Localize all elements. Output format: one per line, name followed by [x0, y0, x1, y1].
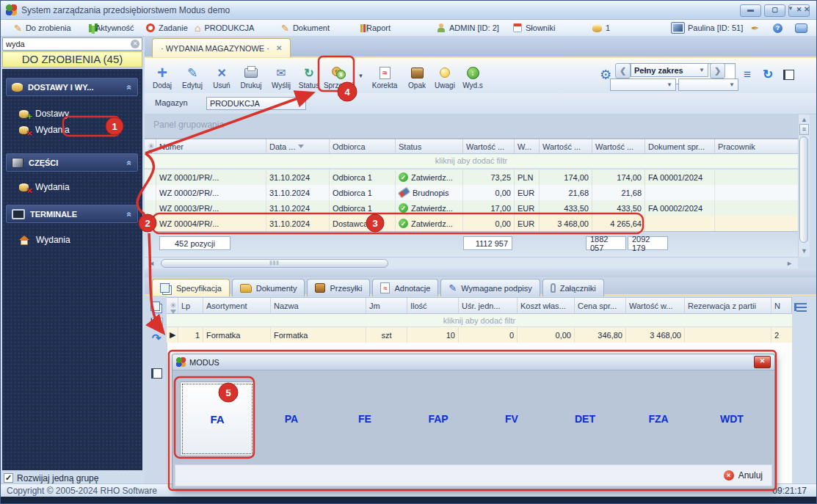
- menu-quill-button[interactable]: [747, 20, 763, 36]
- notes-button[interactable]: Uwagi: [431, 59, 459, 91]
- chevron-up-icon[interactable]: «: [125, 84, 135, 90]
- panel-close-icon[interactable]: ✕: [804, 5, 810, 13]
- vertical-scroll-thumb[interactable]: [799, 136, 808, 243]
- menu-item-do-zrobienia[interactable]: Do zrobienia: [10, 20, 76, 36]
- range-prev-button[interactable]: ❮: [615, 63, 631, 78]
- copy-pages-button[interactable]: [148, 299, 164, 313]
- menu-item-database[interactable]: 1: [588, 20, 614, 36]
- horizontal-scrollbar[interactable]: ◄ ⦀⦀⦀ ►: [145, 257, 798, 269]
- packaging-button[interactable]: Opak: [403, 59, 431, 91]
- column-header-jm[interactable]: Jm: [366, 298, 407, 313]
- tab-wydania-magazynowe[interactable]: · WYDANIA MAGAZYNOWE · ✕: [152, 38, 291, 57]
- dialog-close-button[interactable]: ✕: [754, 356, 771, 368]
- doc-type-fza-button[interactable]: FZA: [636, 413, 680, 425]
- search-input[interactable]: [3, 40, 131, 48]
- doc-type-fe-button[interactable]: FE: [343, 413, 387, 425]
- select-frame-button[interactable]: [779, 59, 798, 91]
- column-header-nazwa[interactable]: Nazwa: [271, 298, 366, 313]
- sidebar-item-wydania-terminale[interactable]: Wydania: [6, 232, 138, 248]
- barcode-button[interactable]: [148, 315, 164, 329]
- grouping-panel[interactable]: Panel grupowania: [145, 114, 798, 139]
- column-header-rezerwacja[interactable]: Rezerwacja z partii: [685, 298, 771, 313]
- add-button[interactable]: Dodaj: [148, 59, 177, 91]
- menu-item-slowniki[interactable]: Słowniki: [509, 20, 559, 36]
- wyds-button[interactable]: Wyd.s: [459, 59, 487, 91]
- doc-type-pa-button[interactable]: PA: [269, 413, 313, 425]
- refresh-button[interactable]: [758, 59, 777, 91]
- detail-row[interactable]: ▶ 1 Formatka Formatka szt 10 0 0,00 346,…: [167, 327, 792, 343]
- nav-group-czesci[interactable]: CZĘŚCI «: [6, 153, 138, 172]
- column-header-odbiorca[interactable]: Odbiorca: [330, 139, 396, 153]
- scroll-up-icon[interactable]: ▲: [799, 114, 810, 125]
- expand-one-group-option[interactable]: ✓ Rozwijaj jedną grupę: [4, 472, 142, 484]
- vertical-scrollbar[interactable]: ▲ ≡ ▼: [798, 114, 810, 257]
- menu-chat-button[interactable]: [791, 20, 812, 36]
- delete-button[interactable]: Usuń: [208, 59, 236, 91]
- range-select[interactable]: Pełny zakres▼: [631, 63, 708, 77]
- horizontal-scroll-thumb[interactable]: ⦀⦀⦀: [161, 259, 388, 268]
- chevron-up-icon[interactable]: «: [125, 160, 135, 165]
- menu-item-aktywnosc[interactable]: Aktywność: [84, 20, 139, 36]
- column-header-usr-jedn[interactable]: Uśr. jedn...: [459, 298, 518, 313]
- cancel-button[interactable]: Anuluj: [738, 470, 763, 481]
- column-header-wartosc1[interactable]: Wartość ...: [463, 139, 515, 153]
- sidebar-item-dostawy[interactable]: Dostawy: [6, 106, 138, 122]
- clear-search-icon[interactable]: ✕: [131, 40, 139, 48]
- menu-item-dokument[interactable]: Dokument: [277, 20, 334, 36]
- print-button[interactable]: Drukuj: [236, 59, 266, 91]
- dialog-title-bar[interactable]: MODUS ✕: [173, 354, 774, 370]
- doc-type-fap-button[interactable]: FAP: [416, 413, 460, 425]
- menu-item-raport[interactable]: Raport: [356, 20, 395, 36]
- scroll-left-icon[interactable]: ◄: [146, 258, 157, 269]
- detail-column-chooser[interactable]: [794, 299, 810, 314]
- tab-close-icon[interactable]: ✕: [276, 44, 282, 52]
- correction-button[interactable]: Korekta: [368, 59, 402, 91]
- column-chooser-icon[interactable]: ≡: [799, 124, 809, 135]
- table-row[interactable]: WZ 00002/PR/... 31.10.2024 Odbiorca 1 Br…: [145, 185, 798, 200]
- column-header-waluta[interactable]: W...: [515, 139, 540, 153]
- select-frame-button-2[interactable]: [148, 366, 164, 381]
- column-header-ilosc[interactable]: Ilość: [407, 298, 459, 313]
- tab-zalaczniki[interactable]: Załączniki: [542, 279, 604, 296]
- doc-type-wdt-button[interactable]: WDT: [710, 413, 754, 425]
- scroll-down-icon[interactable]: ▼: [799, 246, 810, 256]
- tab-adnotacje[interactable]: Adnotacje: [372, 279, 438, 296]
- sidebar-item-wydania-czesci[interactable]: Wydania: [6, 179, 138, 195]
- grid-filter-row[interactable]: kliknij aby dodać filtr: [145, 154, 798, 169]
- send-button[interactable]: Wyślij: [266, 59, 296, 91]
- doc-type-fa-button[interactable]: FA: [180, 381, 255, 456]
- panel-splitter[interactable]: ····: [145, 269, 817, 277]
- column-header-data[interactable]: Data ...: [266, 139, 330, 153]
- doc-type-fv-button[interactable]: FV: [490, 413, 534, 425]
- sell-button[interactable]: Sprzedaż: [322, 59, 356, 91]
- nav-group-dostawy-i-wydania[interactable]: DOSTAWY I WY... «: [6, 78, 138, 96]
- column-header-wartosc[interactable]: Wartość w...: [626, 298, 685, 313]
- tab-przesylki[interactable]: Przesyłki: [307, 279, 370, 296]
- column-header-wartos c3[interactable]: Wartość ...: [592, 139, 645, 153]
- range-next-button[interactable]: ❯: [710, 63, 725, 78]
- column-header-dokument[interactable]: Dokument spr...: [645, 139, 715, 153]
- sidebar-search[interactable]: ✕: [2, 37, 142, 51]
- menu-item-produkcja[interactable]: PRODUKCJA: [190, 20, 258, 36]
- chevron-up-icon[interactable]: «: [125, 211, 135, 216]
- column-header-numer[interactable]: Numer: [156, 139, 266, 153]
- menu-item-workstation[interactable]: Paulina [ID: 51]: [667, 20, 747, 36]
- column-header-wartosc2[interactable]: Wartość ...: [540, 139, 592, 153]
- column-header-koszt[interactable]: Koszt włas...: [518, 298, 575, 313]
- tab-specyfikacja[interactable]: Specyfikacja: [152, 279, 230, 296]
- column-header-n[interactable]: N: [771, 298, 791, 313]
- filter-select-2[interactable]: ▼: [678, 78, 738, 91]
- sell-dropdown-caret[interactable]: ▼: [357, 61, 365, 90]
- checkbox-checked[interactable]: ✓: [4, 473, 13, 483]
- column-header-cena[interactable]: Cena spr...: [575, 298, 626, 313]
- menu-item-admin[interactable]: ADMIN [ID: 2]: [432, 20, 504, 36]
- column-header-lp[interactable]: Lp: [178, 298, 203, 313]
- table-row[interactable]: WZ 00001/PR/... 31.10.2024 Odbiorca 1 Za…: [145, 169, 798, 185]
- table-row[interactable]: WZ 00003/PR/... 31.10.2024 Odbiorca 1 Za…: [145, 200, 798, 216]
- restore-button[interactable]: ▢: [764, 4, 785, 17]
- table-row-selected[interactable]: WZ 00004/PR/... 31.10.2024 Dostawca 2 Za…: [145, 216, 798, 231]
- column-header-pracownik[interactable]: Pracownik: [715, 139, 798, 153]
- panel-collapse-icon[interactable]: ▼: [788, 5, 794, 12]
- menu-item-zadanie[interactable]: Zadanie: [142, 20, 192, 36]
- menu-help-button[interactable]: [769, 20, 787, 36]
